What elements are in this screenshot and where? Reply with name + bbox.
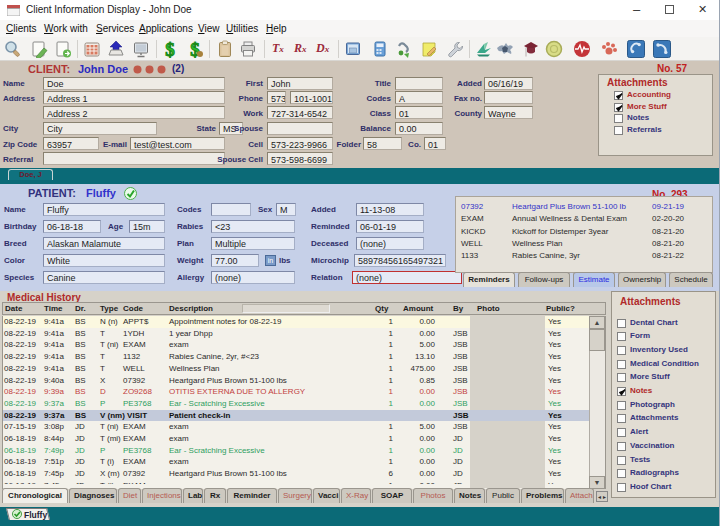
svg-text:$: $ [165,40,175,58]
